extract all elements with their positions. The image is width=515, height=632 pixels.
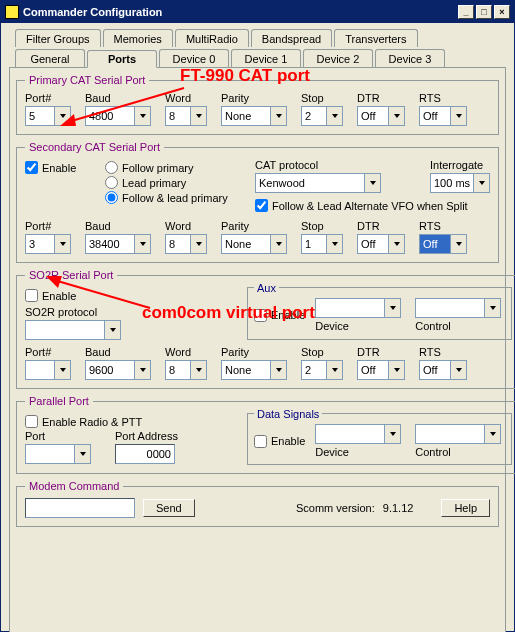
primary-baud-combo[interactable] xyxy=(85,106,151,126)
minimize-button[interactable]: _ xyxy=(458,5,474,19)
so2r-dtr-combo[interactable] xyxy=(357,360,405,380)
help-button[interactable]: Help xyxy=(441,499,490,517)
primary-legend: Primary CAT Serial Port xyxy=(25,74,149,86)
tab-device1[interactable]: Device 1 xyxy=(231,49,301,67)
tab-device3[interactable]: Device 3 xyxy=(375,49,445,67)
tab-ports[interactable]: Ports xyxy=(87,50,157,68)
tab-transverters[interactable]: Transverters xyxy=(334,29,417,47)
primary-stop-combo[interactable] xyxy=(301,106,343,126)
modem-legend: Modem Command xyxy=(25,480,123,492)
tab-device0[interactable]: Device 0 xyxy=(159,49,229,67)
primary-dtr-combo[interactable] xyxy=(357,106,405,126)
tab-device2[interactable]: Device 2 xyxy=(303,49,373,67)
secondary-word-combo[interactable] xyxy=(165,234,207,254)
app-icon xyxy=(5,5,19,19)
so2r-rts-combo[interactable] xyxy=(419,360,467,380)
client-area: Filter Groups Memories MultiRadio Bandsp… xyxy=(1,23,514,632)
titlebar: Commander Configuration _ □ × xyxy=(1,1,514,23)
secondary-port-combo[interactable] xyxy=(25,234,71,254)
so2r-enable-check[interactable]: Enable xyxy=(25,289,235,302)
so2r-word-combo[interactable] xyxy=(165,360,207,380)
cat-protocol-combo[interactable] xyxy=(255,173,385,193)
so2r-baud-combo[interactable] xyxy=(85,360,151,380)
so2r-protocol-combo[interactable] xyxy=(25,320,125,340)
so2r-group: SO2R Serial Port Enable SO2R protocol Au… xyxy=(16,269,515,389)
aux-device-combo[interactable] xyxy=(315,298,405,318)
aux-group: Aux Enable Device Control xyxy=(247,287,512,340)
split-check[interactable]: Follow & Lead Alternate VFO when Split xyxy=(255,199,490,212)
primary-parity-combo[interactable] xyxy=(221,106,287,126)
aux-enable-check[interactable]: Enable xyxy=(254,300,305,330)
datasignals-enable-check[interactable]: Enable xyxy=(254,426,305,456)
primary-word-combo[interactable] xyxy=(165,106,207,126)
so2r-parity-combo[interactable] xyxy=(221,360,287,380)
secondary-legend: Secondary CAT Serial Port xyxy=(25,141,164,153)
aux-control-combo[interactable] xyxy=(415,298,505,318)
modem-group: Modem Command Send Scomm version: 9.1.12… xyxy=(16,480,499,527)
tab-filter-groups[interactable]: Filter Groups xyxy=(15,29,101,47)
secondary-rts-combo[interactable] xyxy=(419,234,467,254)
data-signals-group: Data Signals Enable Device Control xyxy=(247,413,512,465)
primary-rts-combo[interactable] xyxy=(419,106,467,126)
tab-memories[interactable]: Memories xyxy=(103,29,173,47)
tabs-row-top: Filter Groups Memories MultiRadio Bandsp… xyxy=(15,29,506,47)
primary-cat-group: Primary CAT Serial Port Port# Baud Word … xyxy=(16,74,499,135)
secondary-enable-check[interactable]: Enable xyxy=(25,161,95,174)
tabs-row-bottom: General Ports Device 0 Device 1 Device 2… xyxy=(15,49,506,67)
datasignals-control-combo[interactable] xyxy=(415,424,505,444)
secondary-parity-combo[interactable] xyxy=(221,234,287,254)
parallel-port-combo[interactable] xyxy=(25,444,95,464)
tab-multiradio[interactable]: MultiRadio xyxy=(175,29,249,47)
tab-bandspread[interactable]: Bandspread xyxy=(251,29,332,47)
ports-panel: FT-990 CAT port com0com virtual port Pri… xyxy=(9,67,506,632)
primary-port-combo[interactable] xyxy=(25,106,71,126)
secondary-baud-combo[interactable] xyxy=(85,234,151,254)
secondary-cat-group: Secondary CAT Serial Port Enable Follow … xyxy=(16,141,499,263)
secondary-stop-combo[interactable] xyxy=(301,234,343,254)
modem-command-input[interactable] xyxy=(25,498,135,518)
radio-follow-lead[interactable]: Follow & lead primary xyxy=(105,191,245,204)
secondary-dtr-combo[interactable] xyxy=(357,234,405,254)
so2r-legend: SO2R Serial Port xyxy=(25,269,117,281)
config-window: Commander Configuration _ □ × Filter Gro… xyxy=(0,0,515,632)
parallel-group: Parallel Port Enable Radio & PTT Port Po… xyxy=(16,395,515,474)
window-title: Commander Configuration xyxy=(23,6,162,18)
port-address-input[interactable] xyxy=(115,444,175,464)
radio-follow-primary[interactable]: Follow primary xyxy=(105,161,245,174)
version-label: Scomm version: xyxy=(296,502,375,514)
parallel-legend: Parallel Port xyxy=(25,395,93,407)
parallel-enable-check[interactable]: Enable Radio & PTT xyxy=(25,415,235,428)
so2r-stop-combo[interactable] xyxy=(301,360,343,380)
close-button[interactable]: × xyxy=(494,5,510,19)
so2r-port-combo[interactable] xyxy=(25,360,71,380)
send-button[interactable]: Send xyxy=(143,499,195,517)
datasignals-device-combo[interactable] xyxy=(315,424,405,444)
interrogate-combo[interactable] xyxy=(430,173,490,193)
version-value: 9.1.12 xyxy=(383,502,414,514)
radio-lead-primary[interactable]: Lead primary xyxy=(105,176,245,189)
maximize-button[interactable]: □ xyxy=(476,5,492,19)
tab-general[interactable]: General xyxy=(15,49,85,67)
